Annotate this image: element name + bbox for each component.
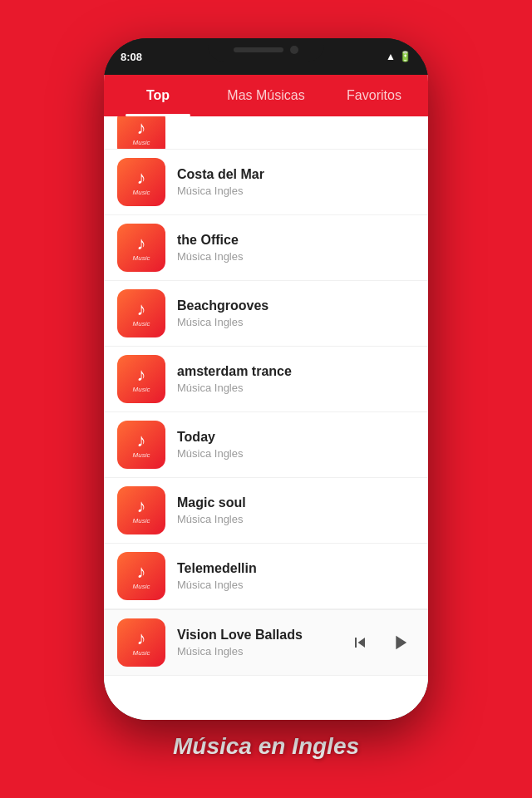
list-item[interactable]: ♪ Music Magic soul Música Ingles: [104, 478, 428, 544]
music-note-icon: ♪: [137, 497, 146, 515]
app-caption: Música en Ingles: [173, 733, 359, 760]
tab-bar: Top Mas Músicas Favoritos: [104, 75, 428, 116]
icon-brand-label: Music: [133, 649, 150, 657]
music-title: Magic soul: [177, 495, 415, 510]
icon-brand-label: Music: [133, 254, 150, 262]
battery-icon: 🔋: [399, 51, 411, 62]
music-note-icon: ♪: [137, 169, 146, 187]
phone-frame: 8:08 ▲ 🔋 Top Mas Músicas: [104, 38, 428, 720]
music-note-icon: ♪: [137, 234, 146, 253]
music-subtitle: Música Ingles: [177, 250, 415, 263]
music-info: Costa del Mar Música Ingles: [177, 167, 415, 197]
icon-brand-label: Music: [133, 451, 150, 459]
list-item-partial[interactable]: ♪ Music: [104, 116, 428, 150]
play-button[interactable]: [385, 628, 415, 658]
list-item[interactable]: ♪ Music Today Música Ingles: [104, 412, 428, 478]
music-note-icon: ♪: [137, 366, 146, 384]
tab-mas-musicas[interactable]: Mas Músicas: [212, 75, 320, 116]
music-icon: ♪ Music: [117, 289, 165, 337]
now-playing-title: Vision Love Ballads: [177, 628, 333, 643]
now-playing-bar[interactable]: ♪ Music Vision Love Ballads Música Ingle…: [104, 609, 428, 676]
icon-brand-label: Music: [133, 386, 150, 393]
music-icon: ♪ Music: [117, 158, 165, 206]
player-controls: [345, 628, 415, 658]
music-info: Telemedellin Música Ingles: [177, 561, 415, 591]
status-bar: 8:08 ▲ 🔋: [104, 38, 428, 75]
music-title: amsterdam trance: [177, 364, 415, 379]
wifi-icon: ▲: [386, 51, 396, 62]
music-subtitle: Música Ingles: [177, 447, 415, 460]
notch: [208, 38, 324, 62]
tab-top[interactable]: Top: [104, 75, 212, 116]
music-note-icon: ♪: [137, 629, 146, 648]
music-icon: ♪ Music: [117, 421, 165, 469]
music-title: Today: [177, 430, 415, 445]
music-subtitle: Música Ingles: [177, 513, 415, 525]
music-title: the Office: [177, 233, 415, 248]
music-info: Magic soul Música Ingles: [177, 495, 415, 525]
music-icon: ♪ Music: [117, 552, 165, 600]
list-item[interactable]: ♪ Music amsterdam trance Música Ingles: [104, 347, 428, 412]
music-note-icon: ♪: [137, 431, 146, 450]
prev-button[interactable]: [345, 628, 375, 658]
music-subtitle: Música Ingles: [177, 382, 415, 394]
icon-brand-label: Music: [133, 139, 150, 146]
music-note-icon: ♪: [137, 119, 146, 137]
app-wrapper: 8:08 ▲ 🔋 Top Mas Músicas: [0, 0, 532, 798]
icon-brand-label: Music: [133, 189, 150, 196]
status-icons: ▲ 🔋: [386, 51, 411, 62]
music-icon: ♪ Music: [117, 486, 165, 534]
music-note-icon: ♪: [137, 300, 146, 318]
music-icon: ♪ Music: [117, 224, 165, 272]
list-item[interactable]: ♪ Music Costa del Mar Música Ingles: [104, 150, 428, 215]
tab-favoritos[interactable]: Favoritos: [320, 75, 428, 116]
list-item[interactable]: ♪ Music the Office Música Ingles: [104, 215, 428, 281]
music-subtitle: Música Ingles: [177, 316, 415, 328]
music-title: Costa del Mar: [177, 167, 415, 182]
music-note-icon: ♪: [137, 563, 146, 581]
icon-brand-label: Music: [133, 517, 150, 525]
screen: Top Mas Músicas Favoritos ♪ Music: [104, 75, 428, 720]
music-title: Beachgrooves: [177, 298, 415, 313]
now-playing-subtitle: Música Ingles: [177, 645, 333, 658]
speaker-notch: [234, 47, 283, 52]
icon-brand-label: Music: [133, 320, 150, 328]
status-time: 8:08: [121, 51, 142, 63]
icon-brand-label: Music: [133, 583, 150, 590]
music-subtitle: Música Ingles: [177, 185, 415, 197]
music-icon: ♪ Music: [117, 355, 165, 403]
music-icon: ♪ Music: [117, 618, 165, 667]
list-item[interactable]: ♪ Music Beachgrooves Música Ingles: [104, 281, 428, 347]
music-icon: ♪ Music: [117, 116, 165, 150]
now-playing-info: Vision Love Ballads Música Ingles: [177, 628, 333, 658]
music-subtitle: Música Ingles: [177, 579, 415, 591]
music-info: Today Música Ingles: [177, 430, 415, 460]
music-list: ♪ Music ♪ Music Costa del Mar Música Ing…: [104, 116, 428, 720]
camera-notch: [290, 46, 298, 54]
list-item[interactable]: ♪ Music Telemedellin Música Ingles: [104, 544, 428, 609]
music-info: amsterdam trance Música Ingles: [177, 364, 415, 394]
music-info: Beachgrooves Música Ingles: [177, 298, 415, 328]
music-title: Telemedellin: [177, 561, 415, 576]
music-info: the Office Música Ingles: [177, 233, 415, 263]
